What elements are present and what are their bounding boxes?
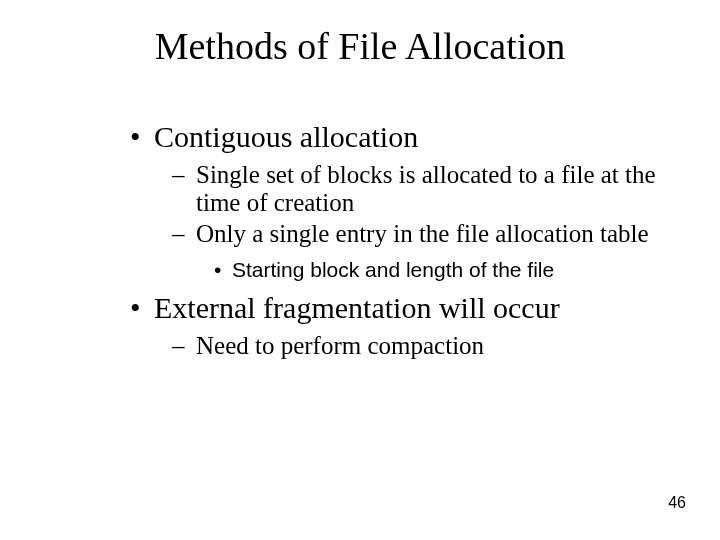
bullet-fragmentation: External fragmentation will occur — [130, 291, 670, 326]
sub-bullet-text: Need to perform compaction — [196, 332, 484, 359]
sub-group: Single set of blocks is allocated to a f… — [130, 161, 670, 284]
sub-bullet: Only a single entry in the file allocati… — [130, 220, 670, 249]
subsub-bullet-text: Starting block and length of the file — [232, 258, 554, 281]
sub-bullet-text: Only a single entry in the file allocati… — [196, 220, 649, 247]
sub-bullet: Need to perform compaction — [130, 332, 670, 361]
bullet-contiguous: Contiguous allocation — [130, 120, 670, 155]
subsub-bullet: Starting block and length of the file — [130, 257, 670, 283]
slide-body: Contiguous allocation Single set of bloc… — [130, 120, 670, 364]
sub-bullet-text: Single set of blocks is allocated to a f… — [196, 161, 656, 217]
slide: Methods of File Allocation Contiguous al… — [0, 0, 720, 540]
sub-group: Need to perform compaction — [130, 332, 670, 361]
sub-bullet: Single set of blocks is allocated to a f… — [130, 161, 670, 219]
page-number: 46 — [668, 494, 686, 512]
slide-title: Methods of File Allocation — [0, 24, 720, 68]
bullet-text: Contiguous allocation — [154, 120, 418, 153]
bullet-text: External fragmentation will occur — [154, 291, 560, 324]
